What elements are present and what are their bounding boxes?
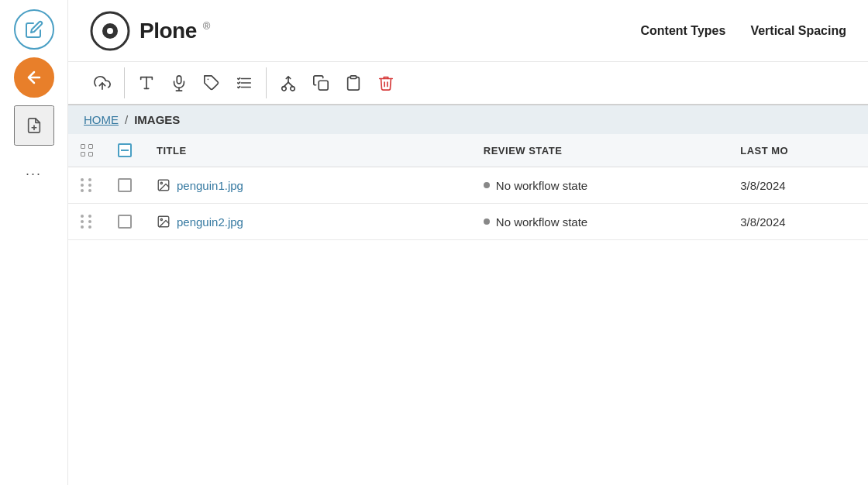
- main-content: Plone ® Content Types Vertical Spacing: [68, 0, 868, 485]
- breadcrumb-home[interactable]: HOME: [84, 113, 119, 126]
- last-modified-cell: 3/8/2024: [728, 204, 868, 240]
- nav-content-types[interactable]: Content Types: [640, 24, 725, 38]
- content-table: TITLE REVIEW STATE LAST MO: [68, 134, 868, 485]
- cut-button[interactable]: [273, 67, 304, 98]
- text-icon: [138, 74, 155, 91]
- col-header-drag: [68, 134, 105, 167]
- upload-icon: [94, 74, 111, 91]
- toolbar-group-clipboard: [266, 67, 408, 98]
- review-state-dot: [484, 182, 490, 188]
- check-cell: [105, 167, 144, 204]
- more-label: ...: [26, 163, 42, 179]
- back-button[interactable]: [14, 57, 54, 98]
- breadcrumb-separator: /: [125, 113, 128, 126]
- check-cell: [105, 204, 144, 240]
- plone-logo-icon: [90, 11, 130, 51]
- last-modified-cell: 3/8/2024: [728, 167, 868, 204]
- review-state-label: No workflow state: [496, 215, 587, 229]
- list-icon: [236, 74, 253, 91]
- drag-handle[interactable]: [81, 215, 93, 229]
- review-state-dot: [484, 218, 490, 225]
- svg-point-5: [107, 28, 113, 34]
- items-table: TITLE REVIEW STATE LAST MO: [68, 134, 868, 240]
- tag-button[interactable]: [196, 67, 227, 98]
- col-header-last-modified: LAST MO: [728, 134, 868, 167]
- table-header-row: TITLE REVIEW STATE LAST MO: [68, 134, 868, 167]
- trademark-symbol: ®: [203, 20, 211, 32]
- paste-icon: [345, 74, 362, 91]
- toolbar-group-edit: [124, 67, 266, 98]
- table-row: penguin1.jpg No workflow state 3/8/2024: [68, 167, 868, 204]
- nav-vertical-spacing[interactable]: Vertical Spacing: [750, 24, 846, 38]
- breadcrumb: HOME / IMAGES: [68, 105, 868, 134]
- select-all-checkbox[interactable]: [118, 143, 132, 157]
- settings-icon[interactable]: [81, 144, 93, 157]
- sidebar: ...: [0, 0, 68, 485]
- col-header-review-state: REVIEW STATE: [471, 134, 728, 167]
- svg-line-18: [284, 82, 288, 87]
- image-icon: [157, 178, 170, 192]
- list-button[interactable]: [229, 67, 260, 98]
- microphone-icon: [170, 74, 188, 91]
- table-body: penguin1.jpg No workflow state 3/8/2024: [68, 167, 868, 240]
- review-state-cell: No workflow state: [471, 167, 728, 204]
- svg-point-25: [160, 218, 162, 220]
- col-header-title: TITLE: [144, 134, 471, 167]
- video-button[interactable]: [164, 67, 195, 98]
- file-plus-icon: [26, 117, 43, 134]
- row-checkbox-2[interactable]: [118, 215, 132, 229]
- drag-cell: [68, 204, 105, 240]
- image-icon: [157, 215, 170, 229]
- delete-button[interactable]: [370, 67, 401, 98]
- breadcrumb-current: IMAGES: [134, 113, 180, 126]
- pencil-icon: [25, 20, 43, 39]
- cut-icon: [280, 74, 297, 91]
- toolbar-group-upload: [81, 67, 124, 98]
- text-button[interactable]: [131, 67, 162, 98]
- svg-line-19: [288, 82, 293, 87]
- table-row: penguin2.jpg No workflow state 3/8/2024: [68, 204, 868, 240]
- header-nav: Content Types Vertical Spacing: [640, 24, 846, 38]
- copy-icon: [312, 74, 329, 91]
- upload-button[interactable]: [87, 67, 118, 98]
- tag-icon: [203, 74, 220, 91]
- title-cell: penguin2.jpg: [144, 204, 471, 240]
- title-cell: penguin1.jpg: [144, 167, 471, 204]
- edit-button[interactable]: [14, 9, 54, 50]
- trash-icon: [377, 74, 394, 91]
- drag-cell: [68, 167, 105, 204]
- logo-area: Plone ®: [90, 11, 640, 51]
- file-link-1[interactable]: penguin1.jpg: [157, 178, 459, 192]
- more-button[interactable]: ...: [14, 157, 54, 184]
- svg-rect-20: [319, 81, 328, 90]
- col-header-check: [105, 134, 144, 167]
- plone-logo-text: Plone: [140, 19, 197, 43]
- file-link-2[interactable]: penguin2.jpg: [157, 215, 459, 229]
- copy-button[interactable]: [305, 67, 336, 98]
- add-content-button[interactable]: [14, 105, 54, 146]
- drag-handle[interactable]: [81, 178, 93, 192]
- toolbar: [68, 62, 868, 105]
- arrow-left-icon: [25, 68, 43, 87]
- row-checkbox-1[interactable]: [118, 178, 132, 192]
- svg-point-23: [160, 182, 162, 184]
- header: Plone ® Content Types Vertical Spacing: [68, 0, 868, 62]
- svg-rect-21: [350, 76, 356, 79]
- paste-button[interactable]: [338, 67, 369, 98]
- svg-rect-9: [177, 76, 181, 84]
- review-state-cell: No workflow state: [471, 204, 728, 240]
- review-state-label: No workflow state: [496, 179, 587, 192]
